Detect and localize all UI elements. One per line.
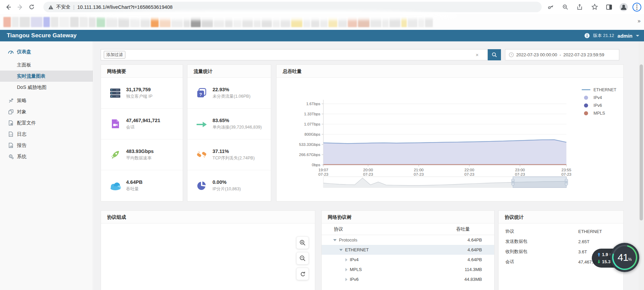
password-key-icon[interactable] xyxy=(545,1,557,13)
throughput-chart[interactable]: 0bps266.67Gbps533.33Gbps800Gbps1.07Tbps1… xyxy=(277,78,623,201)
info-icon[interactable] xyxy=(584,33,590,38)
bookmark-item[interactable] xyxy=(80,17,88,27)
user-menu[interactable]: admin xyxy=(618,33,632,39)
bookmarks-overflow-chevron[interactable]: » xyxy=(638,18,641,24)
legend-ethernet[interactable]: ETHERNET xyxy=(582,86,616,94)
sidebar-item-dos-threat-map[interactable]: DoS 威胁地图 xyxy=(0,82,93,93)
stat-unique-client-ip: WWWWWW 31,179,759 独立客户端 IP xyxy=(101,78,183,109)
bookmark-item[interactable] xyxy=(3,17,11,27)
bookmark-item[interactable] xyxy=(89,17,96,27)
ethernet-line-swatch xyxy=(582,89,590,90)
expand-caret-icon[interactable] xyxy=(345,278,347,281)
svg-text:WW: WW xyxy=(116,92,119,94)
collapse-caret-icon[interactable] xyxy=(333,239,337,241)
page-scrollbar[interactable] xyxy=(639,41,644,290)
legend-ipv4[interactable]: IPv4 xyxy=(582,94,616,101)
back-icon[interactable] xyxy=(3,1,14,13)
gauge-icon xyxy=(7,49,14,55)
side-panel-icon[interactable] xyxy=(603,1,615,13)
sidebar-item-profiles[interactable]: 配置文件 xyxy=(0,117,93,129)
tree-row-protocols[interactable]: Protocols 4.64PB xyxy=(322,235,494,245)
sidebar-item-system[interactable]: 系统 xyxy=(0,151,93,162)
redaction-blob xyxy=(85,10,458,20)
version-label: 版本 21.12 xyxy=(593,33,614,39)
svg-text:WW: WW xyxy=(116,89,119,91)
log-document-icon: LOG xyxy=(7,131,14,137)
bookmark-star-icon[interactable] xyxy=(589,1,600,13)
expand-caret-icon[interactable] xyxy=(345,258,347,262)
broken-link-icon xyxy=(195,149,208,160)
sidebar-item-policy[interactable]: 策略 xyxy=(0,95,93,106)
sidebar-item-logs[interactable]: LOG 日志 xyxy=(0,129,93,140)
reload-icon[interactable] xyxy=(26,1,37,13)
sidebar-item-dashboard[interactable]: 仪表盘 xyxy=(0,46,93,57)
zoom-out-icon[interactable] xyxy=(560,1,571,13)
scrollbar-thumb[interactable] xyxy=(640,64,643,220)
svg-text:19:07: 19:07 xyxy=(319,168,328,172)
profile-avatar-icon[interactable] xyxy=(618,1,629,13)
stat-ip-fragments: 0.00% IP分片(10,863) xyxy=(187,170,271,201)
stat-one-way-connections: 83.65% 单向连接(39,720,946,839) xyxy=(187,109,271,139)
forward-icon[interactable] xyxy=(14,1,26,13)
svg-text:07-23: 07-23 xyxy=(363,172,373,176)
bookmark-item[interactable] xyxy=(31,17,42,27)
bookmark-item[interactable] xyxy=(20,17,30,27)
bookmark-item[interactable] xyxy=(97,17,105,27)
legend-mpls[interactable]: MPLS xyxy=(582,109,616,117)
filter-search-input[interactable]: 添加过滤 × xyxy=(101,49,488,60)
svg-text:?: ? xyxy=(199,92,202,97)
bookmark-item[interactable] xyxy=(51,17,58,27)
ipv6-dot-swatch xyxy=(584,103,588,108)
objects-icon xyxy=(7,109,14,115)
sidebar-item-objects[interactable]: 对象 xyxy=(0,106,93,117)
bookmark-item[interactable] xyxy=(43,17,50,27)
bookmark-item[interactable] xyxy=(59,17,69,27)
rocket-icon xyxy=(108,149,122,160)
tree-row-ipv6[interactable]: IPv6 44.83MB xyxy=(322,274,494,284)
search-icon xyxy=(491,52,497,58)
svg-text:0bps: 0bps xyxy=(312,163,320,167)
stat-unclassified-traffic: ? 22.93% 未分类流量(1.06PB) xyxy=(187,78,271,109)
sidebar-item-live-chart[interactable]: 实时流量图表 xyxy=(0,71,93,82)
clear-filter-icon[interactable]: × xyxy=(476,52,479,58)
svg-text:07-23: 07-23 xyxy=(414,172,424,176)
zoom-out-button[interactable] xyxy=(296,252,309,265)
download-arrow-icon xyxy=(597,260,601,264)
bookmark-item[interactable] xyxy=(70,17,79,27)
browser-menu-icon[interactable] xyxy=(632,3,641,12)
tree-row-ipv4[interactable]: IPv4 4.64PB xyxy=(322,255,494,265)
collapse-caret-icon[interactable] xyxy=(339,249,343,251)
add-filter-chip[interactable]: 添加过滤 xyxy=(104,51,125,59)
svg-text:23:55: 23:55 xyxy=(562,168,571,172)
url-text: 10.111.136.1/#/liveChart?t=1658653619408 xyxy=(77,4,173,10)
zoom-in-icon xyxy=(299,239,306,246)
stats-row-protocol: 协议 ETHERNET xyxy=(499,226,623,236)
usage-percent-badge[interactable]: 41 % xyxy=(610,243,639,272)
sidebar-item-reports[interactable]: 报告 xyxy=(0,140,93,151)
svg-text:07-23: 07-23 xyxy=(561,172,571,176)
network-summary-card: 网络摘要 WWWWWW 31,179,759 独立客户端 IP 47,467,9… xyxy=(101,64,183,201)
tree-table-header: 协议 吞吐量 xyxy=(322,224,494,235)
not-secure-warning-icon xyxy=(48,5,54,9)
svg-text:20:00: 20:00 xyxy=(363,168,373,172)
tree-row-ethernet[interactable]: ETHERNET 4.64PB xyxy=(322,245,494,255)
reset-button[interactable] xyxy=(296,268,309,280)
protocol-tree-card: 网络协议树 协议 吞吐量 Protocols 4.64PB ETHERNET 4… xyxy=(321,210,495,290)
search-button[interactable] xyxy=(488,49,501,60)
date-range-picker[interactable]: 2022-07-23 00:00:00 - 2022-07-23 23:59:5… xyxy=(505,49,619,60)
sidebar-item-main-panel[interactable]: 主面板 xyxy=(0,59,93,71)
tree-row-mpls[interactable]: MPLS 114.3MB xyxy=(322,265,494,274)
user-menu-chevron-icon[interactable] xyxy=(636,35,639,37)
document-gear-icon xyxy=(7,120,14,126)
bookmark-item[interactable] xyxy=(12,17,19,27)
card-title: 协议组成 xyxy=(101,211,315,224)
clock-icon xyxy=(509,52,514,57)
date-start: 2022-07-23 00:00:00 xyxy=(516,52,557,57)
share-icon[interactable] xyxy=(574,1,586,13)
session-file-icon xyxy=(108,118,122,129)
zoom-in-button[interactable] xyxy=(296,236,309,249)
legend-ipv6[interactable]: IPv6 xyxy=(582,101,616,109)
stats-row-sent-packets: 发送数据包 2.65T xyxy=(499,236,623,247)
expand-caret-icon[interactable] xyxy=(345,268,347,271)
ipv4-dot-swatch xyxy=(584,96,588,100)
